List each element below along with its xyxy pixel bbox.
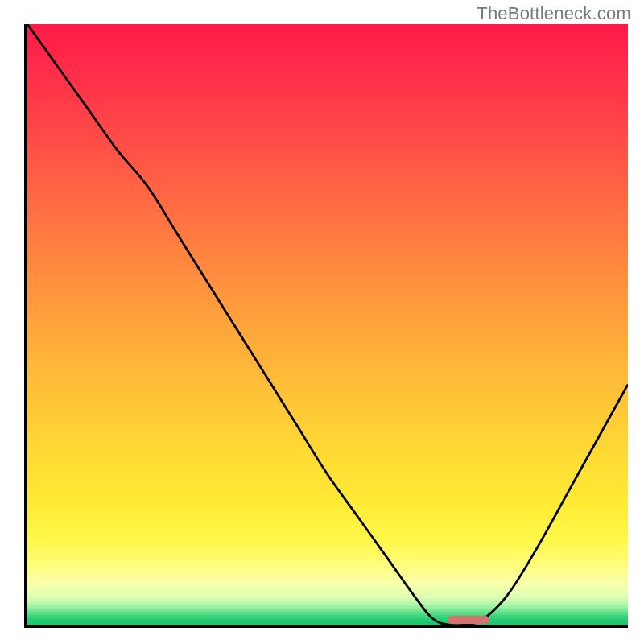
band-green-6	[27, 621, 628, 623]
band-yellowgreen	[27, 596, 628, 597]
chart-container: TheBottleneck.com	[0, 0, 644, 644]
gradient-main	[27, 24, 628, 625]
band-green-5	[27, 618, 628, 620]
band-yellow-1	[27, 589, 628, 591]
band-lightgreen-1	[27, 599, 628, 601]
band-green-3	[27, 612, 628, 613]
watermark-text: TheBottleneck.com	[477, 3, 631, 24]
band-green-2	[27, 609, 628, 610]
band-lightgreen-2	[27, 602, 628, 604]
band-yellow-2	[27, 592, 628, 594]
plot-area	[24, 24, 628, 628]
optimal-marker	[448, 616, 489, 624]
background-gradient	[27, 24, 628, 625]
band-green-1	[27, 605, 628, 607]
band-green-4	[27, 615, 628, 617]
